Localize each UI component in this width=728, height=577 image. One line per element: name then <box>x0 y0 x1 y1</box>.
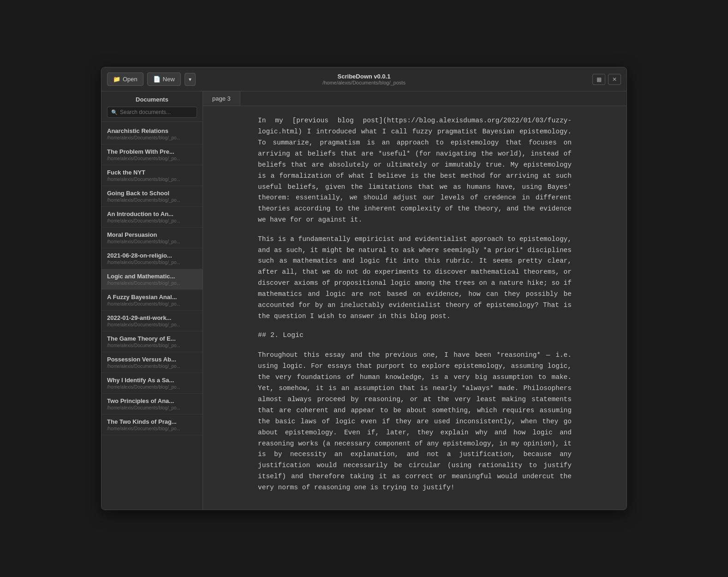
list-item[interactable]: 2021-06-28-on-religio... /home/alexis/Do… <box>101 248 203 269</box>
doc-title: Anarchistic Relations <box>107 127 197 134</box>
document-list: Anarchistic Relations /home/alexis/Docum… <box>101 122 203 510</box>
doc-title: Two Principles of Ana... <box>107 397 197 404</box>
list-item[interactable]: Anarchistic Relations /home/alexis/Docum… <box>101 124 203 144</box>
titlebar: 📁 Open 📄 New ▾ ScribeDown v0.0.1 /home/a… <box>101 67 627 91</box>
grid-button[interactable]: ▦ <box>592 74 605 85</box>
list-item[interactable]: Two Principles of Ana... /home/alexis/Do… <box>101 394 203 415</box>
search-box: 🔍 <box>107 107 197 118</box>
app-title: ScribeDown v0.0.1 <box>322 73 406 80</box>
doc-path: /home/alexis/Documents/blog/_po... <box>107 198 197 203</box>
doc-title: Moral Persuasion <box>107 231 197 238</box>
sidebar-title: Documents <box>107 96 197 103</box>
list-item[interactable]: An Introduction to An... /home/alexis/Do… <box>101 207 203 228</box>
doc-title: Why I Identify As a Sa... <box>107 377 197 384</box>
doc-title: 2022-01-29-anti-work... <box>107 314 197 321</box>
page-tab[interactable]: page 3 <box>203 91 240 106</box>
open-label: Open <box>123 76 137 83</box>
doc-path: /home/alexis/Documents/blog/_po... <box>107 260 197 265</box>
titlebar-right: ▦ ✕ <box>592 74 621 85</box>
new-button[interactable]: 📄 New <box>147 72 181 86</box>
doc-title: Possession Versus Ab... <box>107 356 197 363</box>
main-area: Documents 🔍 Anarchistic Relations /home/… <box>101 91 627 510</box>
open-button[interactable]: 📁 Open <box>107 72 143 86</box>
doc-title: 2021-06-28-on-religio... <box>107 252 197 259</box>
doc-path: /home/alexis/Documents/blog/_po... <box>107 322 197 327</box>
dropdown-button[interactable]: ▾ <box>185 73 196 86</box>
heading: ## 2. Logic <box>258 330 572 342</box>
list-item[interactable]: Logic and Mathematic... /home/alexis/Doc… <box>101 269 203 290</box>
doc-title: Going Back to School <box>107 190 197 197</box>
list-item[interactable]: Moral Persuasion /home/alexis/Documents/… <box>101 228 203 248</box>
doc-path: /home/alexis/Documents/blog/_po... <box>107 426 197 431</box>
doc-path: /home/alexis/Documents/blog/_po... <box>107 239 197 244</box>
paragraph: In my [previous blog post](https://blog.… <box>258 115 572 226</box>
new-label: New <box>163 76 175 83</box>
sidebar: Documents 🔍 Anarchistic Relations /home/… <box>101 91 203 510</box>
doc-title: The Problem With Pre... <box>107 148 197 155</box>
titlebar-left: 📁 Open 📄 New ▾ <box>107 72 196 86</box>
doc-path: /home/alexis/Documents/blog/_po... <box>107 405 197 410</box>
list-item[interactable]: The Game Theory of E... /home/alexis/Doc… <box>101 331 203 352</box>
doc-title: The Two Kinds of Prag... <box>107 418 197 425</box>
list-item[interactable]: The Two Kinds of Prag... /home/alexis/Do… <box>101 415 203 435</box>
app-subtitle: /home/alexis/Documents/blog/_posts <box>322 80 406 85</box>
doc-path: /home/alexis/Documents/blog/_po... <box>107 343 197 348</box>
search-input[interactable] <box>120 109 193 115</box>
list-item[interactable]: Why I Identify As a Sa... /home/alexis/D… <box>101 373 203 394</box>
doc-path: /home/alexis/Documents/blog/_po... <box>107 364 197 369</box>
list-item[interactable]: Fuck the NYT /home/alexis/Documents/blog… <box>101 165 203 186</box>
app-window: 📁 Open 📄 New ▾ ScribeDown v0.0.1 /home/a… <box>101 67 627 510</box>
titlebar-center: ScribeDown v0.0.1 /home/alexis/Documents… <box>322 73 406 85</box>
tabs-bar: page 3 <box>203 91 627 106</box>
doc-title: Fuck the NYT <box>107 169 197 176</box>
doc-path: /home/alexis/Documents/blog/_po... <box>107 218 197 223</box>
doc-path: /home/alexis/Documents/blog/_po... <box>107 156 197 161</box>
content-scroll[interactable]: In my [previous blog post](https://blog.… <box>203 106 627 510</box>
sidebar-header: Documents 🔍 <box>101 91 203 122</box>
list-item[interactable]: 2022-01-29-anti-work... /home/alexis/Doc… <box>101 311 203 331</box>
doc-title: Logic and Mathematic... <box>107 273 197 280</box>
list-item[interactable]: The Problem With Pre... /home/alexis/Doc… <box>101 144 203 165</box>
close-button[interactable]: ✕ <box>608 74 621 85</box>
doc-path: /home/alexis/Documents/blog/_po... <box>107 177 197 182</box>
search-icon: 🔍 <box>111 109 118 115</box>
open-icon: 📁 <box>113 76 120 83</box>
doc-title: The Game Theory of E... <box>107 335 197 342</box>
document-text: In my [previous blog post](https://blog.… <box>258 115 572 493</box>
new-icon: 📄 <box>153 76 161 83</box>
doc-path: /home/alexis/Documents/blog/_po... <box>107 301 197 307</box>
list-item[interactable]: A Fuzzy Bayesian Anal... /home/alexis/Do… <box>101 290 203 311</box>
paragraph: This is a fundamentally empiricist and e… <box>258 234 572 322</box>
content-area: page 3 In my [previous blog post](https:… <box>203 91 627 510</box>
list-item[interactable]: Going Back to School /home/alexis/Docume… <box>101 186 203 207</box>
doc-path: /home/alexis/Documents/blog/_po... <box>107 135 197 140</box>
paragraph: Throughout this essay and the previous o… <box>258 350 572 493</box>
doc-path: /home/alexis/Documents/blog/_po... <box>107 385 197 390</box>
doc-title: An Introduction to An... <box>107 210 197 217</box>
doc-path: /home/alexis/Documents/blog/_po... <box>107 281 197 286</box>
doc-title: A Fuzzy Bayesian Anal... <box>107 294 197 301</box>
list-item[interactable]: Possession Versus Ab... /home/alexis/Doc… <box>101 352 203 373</box>
